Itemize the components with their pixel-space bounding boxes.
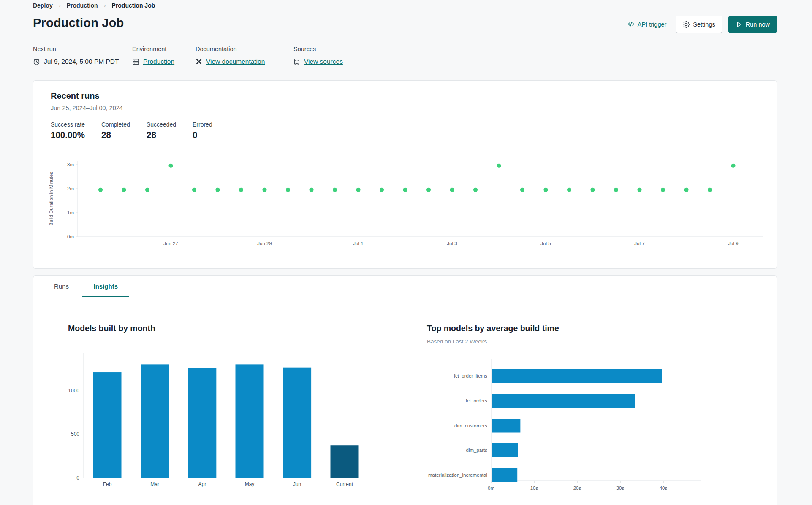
recent-runs-card: Recent runs Jun 25, 2024–Jul 09, 2024 Su… [33, 80, 777, 269]
gear-icon [683, 21, 690, 28]
svg-text:Jul 3: Jul 3 [447, 241, 457, 246]
tab-insights[interactable]: Insights [82, 276, 129, 297]
sources-label: Sources [293, 46, 343, 52]
insights-card: Runs Insights Models built by month 0500… [33, 275, 777, 505]
environment-link[interactable]: Production [143, 58, 174, 65]
divider [283, 46, 283, 71]
svg-text:1000: 1000 [68, 388, 79, 394]
top-models-title: Top models by average build time [427, 324, 559, 333]
svg-text:Feb: Feb [103, 481, 112, 487]
top-models-subtitle: Based on Last 2 Weeks [427, 338, 487, 345]
svg-text:0m: 0m [67, 234, 74, 239]
svg-text:Jun: Jun [293, 481, 301, 487]
run-now-label: Run now [746, 21, 770, 28]
models-by-month-title: Models built by month [68, 324, 155, 333]
divider [185, 46, 185, 71]
run-now-button[interactable]: Run now [728, 16, 777, 33]
svg-text:2m: 2m [67, 186, 74, 191]
job-meta-row: Next run Jul 9, 2024, 5:00 PM PDT Enviro… [0, 46, 812, 75]
recent-runs-title: Recent runs [51, 91, 100, 101]
svg-text:Jul 5: Jul 5 [540, 241, 551, 246]
svg-text:Build Duration in Minutes: Build Duration in Minutes [49, 172, 54, 226]
play-icon [736, 21, 742, 28]
view-documentation-link[interactable]: View documentation [206, 58, 265, 65]
stat-errored: Errored 0 [193, 121, 212, 140]
svg-text:Jun 27: Jun 27 [163, 241, 178, 246]
dbt-docs-icon [196, 58, 202, 65]
top-models-hbar-chart: fct_order_itemsfct_ordersdim_customersdi… [427, 359, 714, 498]
database-icon [293, 58, 300, 65]
svg-text:30s: 30s [616, 486, 625, 491]
svg-text:fct_orders: fct_orders [466, 398, 487, 403]
breadcrumb-item-deploy[interactable]: Deploy [33, 2, 53, 9]
svg-text:Jul 9: Jul 9 [728, 241, 738, 246]
svg-text:Apr: Apr [198, 481, 206, 487]
run-duration-scatter-chart: 0m1m2m3mBuild Duration in MinutesJun 27J… [47, 154, 765, 254]
svg-text:Mar: Mar [150, 481, 159, 487]
svg-text:3m: 3m [67, 162, 74, 167]
svg-text:Jun 29: Jun 29 [257, 241, 272, 246]
svg-text:Jul 1: Jul 1 [353, 241, 363, 246]
next-run-label: Next run [33, 46, 119, 52]
next-run-value: Jul 9, 2024, 5:00 PM PDT [44, 58, 119, 65]
stat-succeeded: Succeeded 28 [147, 121, 193, 140]
svg-text:0: 0 [76, 475, 79, 481]
page-title: Production Job [33, 16, 124, 30]
svg-text:500: 500 [71, 431, 79, 437]
settings-label: Settings [693, 21, 715, 28]
page: Deploy › Production › Production Job Pro… [0, 0, 812, 505]
recent-runs-date-range: Jun 25, 2024–Jul 09, 2024 [51, 105, 123, 111]
recent-runs-stats: Success rate 100.00% Completed 28 Succee… [51, 121, 212, 140]
meta-next-run: Next run Jul 9, 2024, 5:00 PM PDT [33, 46, 119, 65]
breadcrumb-current: Production Job [112, 2, 155, 9]
svg-text:May: May [245, 481, 255, 487]
svg-text:20s: 20s [573, 486, 581, 491]
api-trigger-label: API trigger [638, 21, 667, 28]
tab-runs[interactable]: Runs [43, 276, 80, 297]
svg-text:fct_order_items: fct_order_items [454, 373, 488, 378]
tab-bar: Runs Insights [33, 276, 777, 297]
svg-text:10s: 10s [530, 486, 538, 491]
svg-text:materialization_incremental: materialization_incremental [428, 473, 487, 478]
environment-icon [132, 58, 139, 65]
breadcrumb: Deploy › Production › Production Job [33, 2, 155, 9]
documentation-label: Documentation [196, 46, 265, 52]
svg-text:dim_parts: dim_parts [466, 448, 488, 453]
models-by-month-bar-chart: 05001000FebMarAprMayJunCurrent [64, 351, 402, 490]
divider [122, 46, 122, 71]
breadcrumb-item-production[interactable]: Production [67, 2, 98, 9]
svg-text:Jul 7: Jul 7 [634, 241, 644, 246]
settings-button[interactable]: Settings [676, 16, 722, 33]
svg-text:1m: 1m [67, 210, 74, 215]
environment-label: Environment [132, 46, 174, 52]
meta-sources: Sources View sources [293, 46, 343, 65]
code-icon [627, 21, 635, 29]
view-sources-link[interactable]: View sources [304, 58, 343, 65]
svg-text:Current: Current [336, 481, 353, 487]
header-actions: API trigger Settings Run now [627, 16, 777, 33]
stat-completed: Completed 28 [101, 121, 147, 140]
svg-text:dim_customers: dim_customers [454, 423, 487, 428]
chevron-right-icon: › [104, 2, 106, 9]
meta-environment: Environment Production [132, 46, 174, 65]
meta-documentation: Documentation View documentation [196, 46, 265, 65]
svg-text:0m: 0m [488, 486, 494, 491]
clock-icon [33, 58, 40, 65]
chevron-right-icon: › [59, 2, 61, 9]
api-trigger-link[interactable]: API trigger [627, 21, 667, 29]
stat-success-rate: Success rate 100.00% [51, 121, 101, 140]
svg-text:40s: 40s [660, 486, 668, 491]
